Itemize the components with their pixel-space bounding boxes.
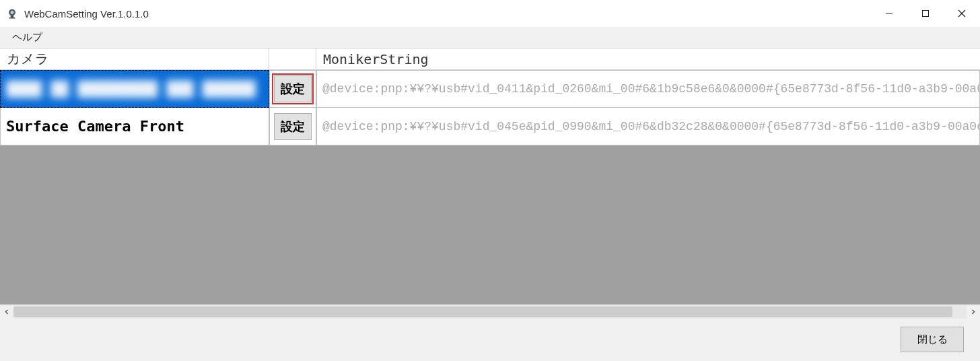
setting-button[interactable]: 設定 <box>274 113 312 140</box>
close-button[interactable]: 閉じる <box>901 327 964 352</box>
menu-help[interactable]: ヘルプ <box>7 28 48 46</box>
moniker-cell[interactable]: @device:pnp:¥¥?¥usb#vid_045e&pid_0990&mi… <box>316 108 980 145</box>
table-row[interactable]: Surface Camera Front設定@device:pnp:¥¥?¥us… <box>0 108 980 145</box>
chevron-right-icon <box>971 309 976 315</box>
titlebar: WebCamSetting Ver.1.0.1.0 <box>0 0 980 27</box>
scroll-right-arrow[interactable] <box>967 305 980 319</box>
app-icon <box>5 7 19 20</box>
scroll-track[interactable] <box>13 305 967 319</box>
scroll-left-arrow[interactable] <box>0 305 13 319</box>
chevron-left-icon <box>4 309 9 315</box>
close-window-button[interactable] <box>944 0 980 27</box>
setting-cell: 設定 <box>269 108 316 145</box>
window-title: WebCamSetting Ver.1.0.1.0 <box>24 8 149 20</box>
grid-body: ████ ██ █████████ ███ ██████設定@device:pn… <box>0 70 980 304</box>
header-setting-spacer <box>269 48 316 69</box>
svg-rect-5 <box>923 11 929 17</box>
close-icon <box>958 9 966 18</box>
camera-name-cell[interactable]: Surface Camera Front <box>0 108 269 145</box>
minimize-icon <box>885 9 893 18</box>
camera-name: Surface Camera Front <box>6 118 184 135</box>
horizontal-scrollbar[interactable] <box>0 304 980 318</box>
svg-rect-2 <box>11 15 14 18</box>
scroll-thumb[interactable] <box>13 306 952 317</box>
setting-button[interactable]: 設定 <box>274 75 312 102</box>
menubar: ヘルプ <box>0 27 980 48</box>
grid-header: カメラ MonikerString <box>0 48 980 70</box>
maximize-icon <box>921 9 930 18</box>
table-row[interactable]: ████ ██ █████████ ███ ██████設定@device:pn… <box>0 70 980 108</box>
header-moniker[interactable]: MonikerString <box>316 48 980 69</box>
maximize-button[interactable] <box>907 0 944 27</box>
camera-name-cell[interactable]: ████ ██ █████████ ███ ██████ <box>0 70 269 108</box>
setting-cell: 設定 <box>269 70 316 108</box>
header-camera[interactable]: カメラ <box>0 48 269 69</box>
camera-grid: カメラ MonikerString ████ ██ █████████ ███ … <box>0 48 980 318</box>
camera-name: ████ ██ █████████ ███ ██████ <box>6 81 256 98</box>
minimize-button[interactable] <box>871 0 907 27</box>
svg-rect-3 <box>9 18 15 19</box>
svg-point-1 <box>11 11 14 14</box>
footer: 閉じる <box>0 318 980 361</box>
moniker-cell[interactable]: @device:pnp:¥¥?¥usb#vid_0411&pid_0260&mi… <box>316 70 980 108</box>
